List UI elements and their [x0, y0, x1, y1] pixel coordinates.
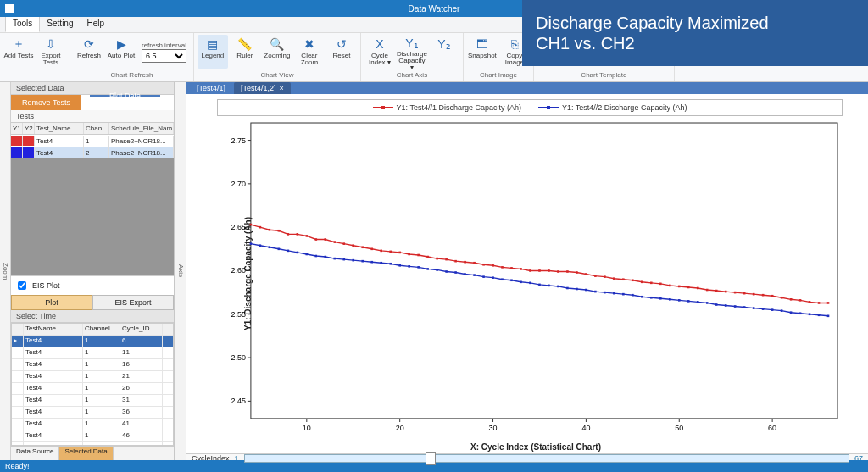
svg-rect-105	[389, 263, 392, 265]
svg-rect-71	[659, 283, 662, 286]
svg-rect-47	[436, 258, 438, 260]
svg-rect-124	[566, 287, 569, 290]
svg-rect-90	[250, 242, 253, 245]
ribbon-refresh[interactable]: ⟳Refresh	[74, 35, 104, 69]
svg-text:40: 40	[581, 424, 590, 432]
ribbon-reset[interactable]: ↺Reset	[326, 35, 357, 69]
app-icon	[5, 4, 14, 13]
cycle-index-slider[interactable]: CycleIndex 1 67	[186, 453, 868, 463]
chart-plot[interactable]: 2.452.502.552.602.652.702.75102030405060	[220, 118, 846, 441]
eis-plot-checkbox[interactable]: EIS Plot	[11, 276, 174, 295]
select-time-caption: Select Time	[11, 310, 174, 323]
svg-rect-40	[370, 248, 373, 251]
select-time-row[interactable]: Test4121	[12, 371, 173, 383]
ribbon-export-tests[interactable]: ⇩Export Tests	[36, 35, 66, 69]
svg-rect-55	[510, 267, 513, 269]
svg-rect-54	[501, 266, 504, 269]
svg-rect-68	[632, 279, 634, 281]
svg-rect-86	[799, 299, 802, 302]
left-tab-data-source[interactable]: Data Source	[11, 447, 59, 460]
remove-tests-button[interactable]: Remove Tests	[11, 95, 81, 110]
tests-row[interactable]: Test41Phase2+NCR18...	[11, 135, 174, 147]
select-time-row[interactable]: Test4136	[12, 407, 173, 419]
select-time-row[interactable]: Test4111	[12, 347, 173, 359]
menu-setting[interactable]: Setting	[40, 17, 80, 32]
svg-rect-79	[734, 292, 737, 294]
svg-rect-57	[529, 269, 531, 272]
svg-rect-122	[548, 285, 550, 287]
svg-rect-147	[781, 309, 783, 312]
select-time-grid[interactable]: TestNameChannelCycle_ID▸Test416Test4111T…	[11, 323, 174, 446]
left-panel: Selected Data Remove Tests Plot Data Tes…	[11, 82, 175, 460]
select-time-row[interactable]: Test4126	[12, 383, 173, 395]
ribbon-clear-zoom[interactable]: ✖Clear Zoom	[294, 35, 325, 69]
svg-rect-114	[473, 274, 476, 276]
ribbon-add-tests[interactable]: ＋Add Tests	[3, 35, 34, 69]
axis-rail[interactable]: Axis	[175, 82, 186, 460]
plot-data-button[interactable]: Plot Data	[90, 95, 160, 97]
svg-rect-50	[464, 261, 466, 264]
svg-rect-44	[408, 253, 410, 256]
menu-help[interactable]: Help	[81, 17, 112, 32]
left-bottom-tabs: Data SourceSelected Data	[11, 446, 174, 460]
svg-rect-81	[753, 293, 755, 296]
svg-rect-117	[501, 278, 504, 280]
svg-rect-112	[454, 271, 457, 274]
ribbon-zooming[interactable]: 🔍Zooming	[262, 35, 292, 69]
ribbon-auto-plot[interactable]: ▶Auto Plot	[106, 35, 136, 69]
tests-row[interactable]: Test42Phase2+NCR18...	[11, 147, 174, 158]
svg-rect-96	[306, 253, 309, 256]
banner-line1: Discharge Capacity Maximized	[536, 13, 868, 33]
eis-plot-check-input[interactable]	[18, 281, 26, 290]
svg-rect-115	[482, 275, 485, 278]
svg-rect-82	[762, 294, 765, 297]
svg-rect-45	[417, 254, 420, 257]
left-tab-selected-data[interactable]: Selected Data	[59, 447, 113, 460]
menu-tools[interactable]: Tools	[5, 16, 40, 32]
svg-rect-118	[510, 279, 513, 281]
svg-rect-98	[324, 256, 326, 258]
select-time-row[interactable]: Test4141	[12, 419, 173, 430]
svg-rect-107	[408, 265, 410, 268]
main-area: Zoom Selected Data Remove Tests Plot Dat…	[0, 81, 868, 460]
ribbon-snapshot[interactable]: 🗔Snapshot	[467, 35, 498, 69]
ribbon-cycle-index-[interactable]: XCycle Index ▾	[364, 35, 395, 69]
svg-text:2.60: 2.60	[231, 266, 245, 275]
svg-rect-92	[269, 246, 271, 248]
svg-rect-120	[529, 282, 531, 285]
eis-export-button[interactable]: EIS Export	[92, 295, 174, 310]
svg-rect-85	[790, 298, 793, 301]
svg-rect-33	[306, 235, 309, 237]
select-time-row[interactable]: Test4131	[12, 395, 173, 407]
select-time-row[interactable]: Test4146	[12, 430, 173, 442]
svg-rect-83	[771, 295, 774, 297]
refresh-interval-select[interactable]: 6.5	[142, 49, 186, 63]
svg-rect-76	[706, 289, 709, 292]
ribbon-discharge-capacity-[interactable]: Y₁Discharge Capacity ▾	[397, 35, 427, 69]
svg-rect-63	[585, 273, 587, 275]
svg-rect-58	[538, 269, 541, 272]
svg-rect-60	[557, 270, 559, 273]
svg-text:50: 50	[675, 424, 683, 432]
plot-tab[interactable]: [Test4/1]	[190, 82, 232, 94]
select-time-row[interactable]: Test4116	[12, 359, 173, 371]
ribbon-ruler[interactable]: 📏Ruler	[230, 35, 260, 69]
zoom-rail[interactable]: Zoom	[0, 82, 11, 460]
svg-rect-113	[464, 273, 466, 275]
svg-rect-72	[669, 285, 671, 287]
select-time-row[interactable]: ▸Test416	[12, 336, 173, 347]
cycle-slider-thumb[interactable]	[426, 452, 436, 465]
close-tab-icon[interactable]: ×	[280, 84, 284, 92]
svg-rect-48	[445, 258, 448, 261]
svg-rect-62	[576, 271, 578, 274]
cycle-slider-track[interactable]	[244, 454, 849, 463]
svg-rect-133	[650, 297, 653, 299]
ribbon-legend[interactable]: ▤Legend	[198, 35, 228, 69]
plot-tab[interactable]: [Test4/1,2]×	[234, 82, 291, 94]
ribbon-y-[interactable]: Y₂	[429, 35, 459, 69]
svg-rect-125	[576, 288, 578, 291]
svg-rect-75	[697, 287, 699, 290]
svg-rect-94	[287, 250, 290, 253]
eis-plot-button[interactable]: Plot	[11, 295, 92, 310]
chart-legend: Y1: Test4//1 Discharge Capacity (Ah)Y1: …	[217, 99, 843, 116]
